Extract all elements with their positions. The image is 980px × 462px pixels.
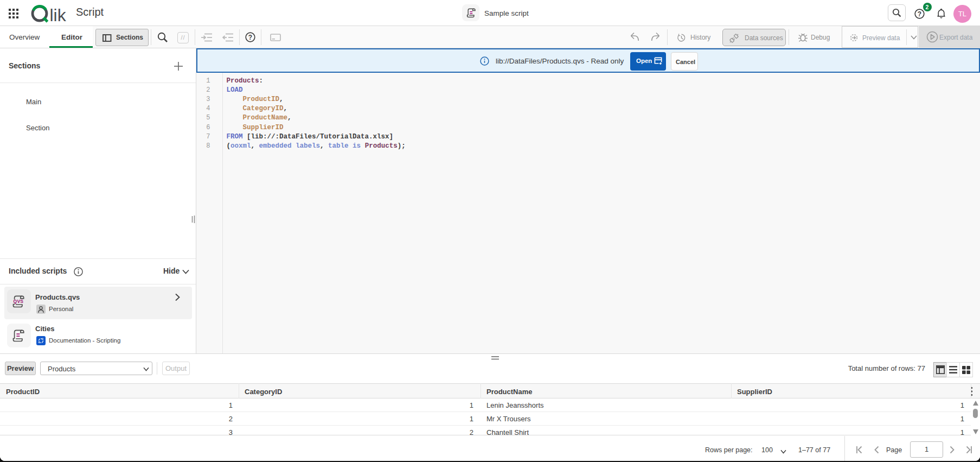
svg-text:?: ?: [918, 10, 921, 18]
svg-text:QVS: QVS: [14, 299, 24, 304]
svg-text:?: ?: [248, 34, 252, 41]
svg-text:lik: lik: [50, 5, 67, 24]
